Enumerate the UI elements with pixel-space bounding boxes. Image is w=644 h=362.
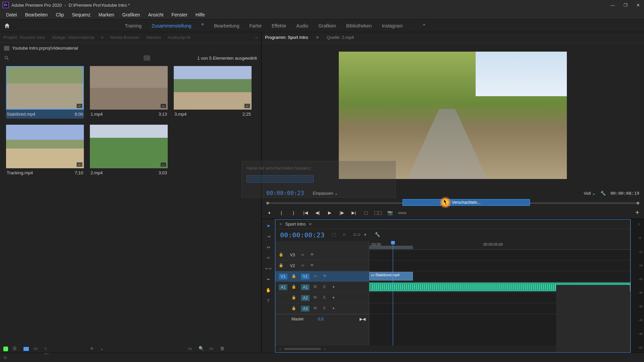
list-view-icon[interactable] (144, 55, 150, 61)
tab-programm[interactable]: Programm: Sport Intro (265, 35, 308, 40)
pen-tool[interactable]: ✒ (265, 276, 272, 283)
track-v2-header[interactable]: 🔒V2▭👁 (275, 260, 369, 271)
mute-icon[interactable]: M (314, 306, 319, 311)
ws-farbe[interactable]: Farbe (249, 22, 262, 30)
lock-icon[interactable]: 🔒 (291, 295, 297, 301)
timeline-ruler[interactable]: :00:00 00:00:05:00 (369, 241, 630, 250)
tab-quelle[interactable]: Quelle: 2.mp4 (327, 35, 354, 40)
linked-selection-icon[interactable]: ⊂⊃ (353, 232, 359, 238)
timeline-close-icon[interactable]: × (279, 222, 282, 227)
ws-bibliotheken[interactable]: Bibliotheken (346, 22, 372, 30)
collapse-icon[interactable]: ▶◀ (360, 317, 366, 321)
icon-view-btn[interactable] (23, 347, 29, 351)
ws-audio[interactable]: Audio (296, 22, 308, 30)
lift-button[interactable]: ⬚ (363, 209, 369, 216)
tab-ablage[interactable]: Ablage: Videomaterial (52, 35, 94, 40)
toggle-output-icon[interactable]: ▭ (314, 274, 319, 279)
menu-ansicht[interactable]: Ansicht (144, 11, 167, 19)
selection-tool[interactable]: ➤ (265, 222, 272, 229)
audio-meters[interactable]: 0-6-12-18-24-30-36-42-48-54 (631, 219, 644, 353)
timeline-clip-stabilized[interactable]: ▭ Stabilized.mp4 (369, 272, 413, 281)
zoom-out-handle[interactable]: ○ (279, 347, 281, 352)
toggle-output-icon[interactable]: ▭ (301, 263, 306, 268)
track-v3[interactable] (369, 250, 630, 260)
ws-menu-icon[interactable]: ≡ (201, 22, 204, 30)
lock-icon[interactable]: 🔒 (291, 285, 297, 290)
bin-icon[interactable] (4, 46, 9, 51)
record-icon[interactable]: ● (332, 285, 338, 290)
go-to-out-button[interactable]: ▶| (351, 209, 357, 216)
ws-zusammenstellung[interactable]: Zusammenstellung (152, 22, 191, 30)
lock-icon[interactable]: 🔒 (279, 263, 284, 268)
home-icon[interactable] (3, 22, 11, 29)
clear-icon[interactable]: 🗑 (220, 346, 226, 352)
freeform-view-btn[interactable]: ▭ (34, 346, 40, 352)
track-select-tool[interactable]: ⇥ (265, 233, 272, 240)
source-a1[interactable]: A1 (279, 284, 287, 290)
go-to-in-button[interactable]: |◀ (303, 209, 309, 216)
new-bin-icon[interactable]: ▭ (188, 346, 194, 352)
timeline-timecode[interactable]: 00:00:00:23 (280, 231, 324, 239)
list-view-btn[interactable]: ☰ (13, 346, 19, 352)
toggle-output-icon[interactable]: ▭ (301, 252, 306, 258)
menu-datei[interactable]: Datei (2, 11, 21, 19)
add-marker-button[interactable]: ♦ (266, 209, 272, 216)
tab-audioclip[interactable]: Audioclip-M (168, 35, 191, 40)
track-a1-header[interactable]: A1🔒A1MS● (275, 282, 369, 293)
solo-icon[interactable]: S (323, 306, 328, 311)
snap-icon[interactable]: ∩ (342, 232, 348, 238)
play-button[interactable]: ▶ (327, 209, 333, 216)
ws-overflow-icon[interactable]: » (423, 22, 425, 30)
settings-icon[interactable]: 🔧 (375, 232, 381, 238)
menu-bearbeiten[interactable]: Bearbeiten (21, 11, 52, 19)
menu-hilfe[interactable]: Hilfe (192, 11, 209, 19)
track-a2-header[interactable]: 🔒A2MS● (275, 293, 369, 303)
razor-tool[interactable]: ✂ (265, 254, 272, 261)
timeline-menu-icon[interactable]: ≡ (309, 222, 312, 227)
track-v1-header[interactable]: V1🔒V1▭👁 (275, 271, 369, 282)
menu-marken[interactable]: Marken (95, 11, 118, 19)
menu-grafiken[interactable]: Grafiken (118, 11, 144, 19)
master-track-header[interactable]: Master0,0▶◀ (275, 314, 369, 323)
tab-marken[interactable]: Marken (146, 35, 161, 40)
timeline-sequence-name[interactable]: Sport Intro (285, 222, 306, 227)
solo-icon[interactable]: S (323, 285, 328, 290)
new-item-icon[interactable]: ▭ (209, 346, 215, 352)
clip-stabilized[interactable]: ▭ Stabilized.mp48;00 (6, 66, 84, 119)
step-back-button[interactable]: ◀| (315, 209, 321, 216)
tab-projekt[interactable]: Projekt: Youtube Intro (3, 35, 45, 40)
mark-in-button[interactable]: { (278, 209, 284, 216)
menu-clip[interactable]: Clip (52, 11, 68, 19)
extract-button[interactable]: ⬚⬚ (375, 209, 381, 216)
track-a3-header[interactable]: 🔒A3MS● (275, 303, 369, 314)
eye-icon[interactable]: 👁 (323, 274, 328, 279)
tab-menu-icon[interactable]: ≡ (101, 35, 104, 40)
in-out-range[interactable] (369, 246, 413, 249)
sort-icon[interactable]: ≡ (91, 346, 97, 352)
zoom-slider[interactable]: ○— (44, 346, 50, 352)
ws-instagram[interactable]: Instagram (382, 22, 402, 30)
close-button[interactable]: ✕ (635, 1, 641, 9)
comparison-button[interactable]: ▭▭ (399, 209, 405, 216)
export-frame-button[interactable]: 📷 (387, 209, 393, 216)
scrub-end[interactable] (637, 202, 639, 204)
master-value[interactable]: 0,0 (318, 317, 324, 321)
quality-dropdown[interactable]: Voll ⌄ (584, 191, 596, 196)
playhead[interactable] (393, 241, 393, 346)
ws-bearbeitung[interactable]: Bearbeitung (214, 22, 239, 30)
nest-toggle-icon[interactable]: ⬚ (332, 232, 338, 238)
minimize-button[interactable]: — (609, 1, 616, 9)
find-icon[interactable]: 🔍 (199, 346, 205, 352)
settings-icon[interactable]: 🔧 (600, 191, 606, 196)
zoom-in-handle[interactable]: ○ (324, 347, 326, 352)
program-scrubber[interactable]: Verschachteln... (262, 198, 644, 206)
dialog-name-input[interactable] (247, 175, 314, 183)
solo-icon[interactable]: S (323, 295, 328, 301)
clip-3[interactable]: ▭ 3.mp42;25 (174, 66, 252, 119)
tab-media-browser[interactable]: Media-Browser (110, 35, 140, 40)
slip-tool[interactable]: ⟷ (265, 265, 272, 272)
hand-tool[interactable]: ✋ (265, 286, 272, 294)
menu-sequenz[interactable]: Sequenz (68, 11, 95, 19)
source-v1[interactable]: V1 (279, 274, 287, 280)
program-menu-icon[interactable]: ≡ (316, 35, 319, 40)
